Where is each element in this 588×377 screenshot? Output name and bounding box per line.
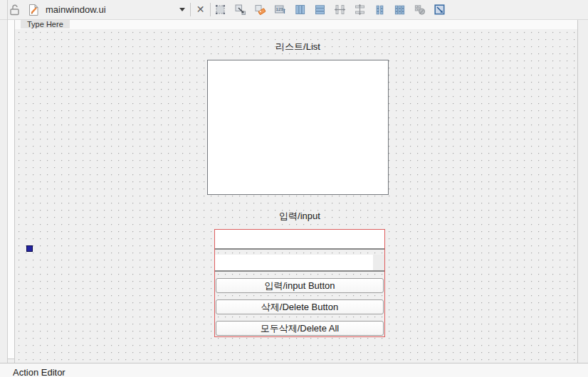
action-editor-title: Action Editor	[13, 367, 65, 377]
line-edit-2[interactable]	[215, 255, 384, 272]
input-button[interactable]: 입력/input Button	[216, 278, 384, 293]
line-edit-1[interactable]	[215, 230, 384, 250]
list-widget[interactable]	[207, 60, 389, 195]
open-document-selector[interactable]: mainwindow.ui	[46, 4, 106, 15]
dock-edge-strip	[8, 20, 14, 359]
dock-edge-line	[7, 0, 8, 363]
line-edit-1-input[interactable]	[215, 230, 384, 248]
line-edit-2-input[interactable]	[215, 255, 384, 270]
qt-designer-form-editor: mainwindow.ui ✕	[0, 0, 588, 377]
toolbar-separator	[210, 3, 211, 16]
edit-widgets-icon[interactable]	[214, 4, 226, 16]
layout-grid-icon[interactable]	[374, 4, 386, 16]
edit-tab-order-icon[interactable]: 123	[274, 4, 286, 16]
input-section-label[interactable]: 입력/input	[214, 210, 385, 223]
svg-text:123: 123	[276, 7, 284, 11]
layout-vertical-splitter-icon[interactable]	[354, 4, 366, 16]
form-menubar: Type Here	[15, 20, 577, 29]
selection-handle-left[interactable]	[26, 245, 33, 252]
edit-signals-slots-icon[interactable]	[234, 4, 246, 16]
delete-all-button[interactable]: 모두삭제/Delete All	[216, 321, 384, 336]
adjust-size-icon[interactable]	[434, 4, 446, 16]
chevron-down-icon[interactable]	[179, 8, 185, 11]
delete-button[interactable]: 삭제/Delete Button	[216, 299, 384, 314]
action-editor-panel: Action Editor	[0, 363, 588, 377]
unlock-icon[interactable]	[9, 4, 20, 16]
ui-file-icon	[28, 4, 39, 16]
layout-horizontal-splitter-icon[interactable]	[334, 4, 346, 16]
layout-vertically-icon[interactable]	[314, 4, 326, 16]
designer-tool-buttons: 123	[214, 4, 446, 16]
layout-horizontally-icon[interactable]	[294, 4, 306, 16]
break-layout-icon[interactable]	[414, 4, 426, 16]
line-edit-2-end-cap	[373, 255, 384, 270]
layout-form-icon[interactable]	[394, 4, 406, 16]
menu-type-here[interactable]: Type Here	[21, 20, 70, 28]
toolbar-separator	[190, 3, 191, 16]
list-section-label[interactable]: 리스트/List	[207, 41, 389, 53]
edit-buddies-icon[interactable]	[254, 4, 266, 16]
form-editor-toolbar: mainwindow.ui ✕	[0, 0, 588, 20]
close-icon[interactable]: ✕	[193, 2, 208, 17]
